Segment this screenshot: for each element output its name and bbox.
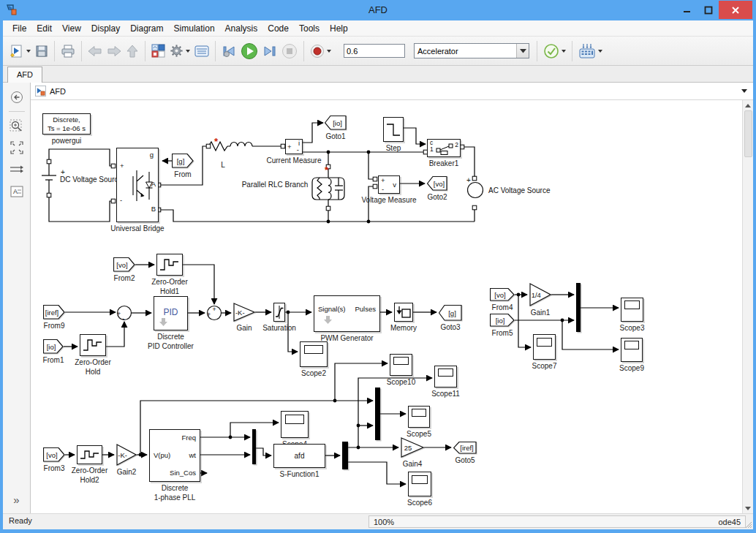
block-from1[interactable]: [io]: [43, 339, 64, 354]
vertical-scrollbar[interactable]: [742, 100, 753, 513]
scroll-down-button[interactable]: [744, 503, 753, 513]
build-button[interactable]: [576, 42, 605, 61]
zoom-tool-button[interactable]: [8, 117, 26, 135]
simulation-mode-select[interactable]: Accelerator: [414, 43, 529, 58]
step-forward-button[interactable]: [260, 42, 279, 61]
up-button[interactable]: [124, 42, 141, 61]
scrollbar-thumb[interactable]: [744, 110, 752, 157]
expand-toolstrip-button[interactable]: »: [13, 494, 19, 506]
menu-item-display[interactable]: Display: [86, 20, 125, 37]
block-gain[interactable]: -K-: [233, 303, 255, 322]
save-button[interactable]: [33, 42, 50, 61]
breadcrumb-model-name[interactable]: AFD: [50, 87, 66, 96]
update-diagram-button[interactable]: [541, 42, 568, 61]
block-scope5[interactable]: [408, 406, 430, 428]
settings-caret[interactable]: [186, 50, 190, 53]
stop-button[interactable]: [279, 42, 300, 61]
block-mux-afd[interactable]: [252, 429, 256, 464]
record-caret[interactable]: [327, 50, 331, 53]
block-gain1[interactable]: 1/4: [529, 283, 551, 306]
back-circle-icon: [10, 91, 23, 104]
block-from4[interactable]: [vo]: [490, 288, 515, 301]
block-breaker1[interactable]: c12: [427, 139, 461, 157]
maximize-button[interactable]: [698, 1, 719, 19]
menu-item-view[interactable]: View: [57, 20, 86, 37]
block-zoh1[interactable]: [156, 254, 183, 276]
step-back-button[interactable]: [219, 42, 238, 61]
menu-item-edit[interactable]: Edit: [31, 20, 57, 37]
minimize-button[interactable]: [676, 1, 698, 19]
block-powergui[interactable]: Discrete, Ts = 1e-06 s: [42, 113, 91, 135]
block-demux[interactable]: [342, 442, 348, 469]
menu-item-tools[interactable]: Tools: [294, 20, 325, 37]
block-scope2[interactable]: [300, 341, 328, 367]
block-scope6[interactable]: [408, 472, 431, 496]
block-step[interactable]: [383, 117, 404, 142]
block-goto2[interactable]: [vo]: [427, 176, 447, 191]
block-from9[interactable]: [iref]: [43, 305, 65, 320]
settings-button[interactable]: [167, 42, 192, 61]
tab-afd[interactable]: AFD: [7, 67, 42, 83]
step-back-icon: [222, 45, 236, 58]
current-measure-label: Current Measure: [239, 156, 349, 166]
afd-label: S-Function1: [245, 470, 355, 480]
breadcrumb-bar: AFD: [31, 83, 753, 100]
block-current-measure[interactable]: +i-: [285, 139, 303, 154]
block-voltage-measure[interactable]: +-v: [378, 175, 400, 194]
new-model-caret[interactable]: [26, 50, 31, 53]
block-pll[interactable]: V(pu)FreqwtSin_Cos: [149, 429, 200, 482]
block-gain4[interactable]: 25: [401, 437, 424, 458]
simulation-mode-caret[interactable]: [516, 44, 529, 58]
library-browser-icon: [151, 44, 165, 58]
menu-item-analysis[interactable]: Analysis: [220, 20, 263, 37]
block-from-g[interactable]: [g]: [172, 154, 194, 168]
close-button[interactable]: [719, 1, 752, 19]
model-explorer-button[interactable]: [192, 42, 211, 61]
update-diagram-icon: [543, 43, 559, 59]
block-from3[interactable]: [vo]: [43, 447, 65, 462]
back-button[interactable]: [86, 42, 105, 61]
run-button[interactable]: [238, 42, 260, 61]
block-universal-bridge[interactable]: gAB+-: [116, 148, 159, 222]
record-button[interactable]: [308, 42, 333, 61]
menu-item-simulation[interactable]: Simulation: [169, 20, 220, 37]
canvas[interactable]: **+DC Voltage SourceLParallel RLC Branch…: [31, 100, 742, 513]
block-gain2[interactable]: -K-: [116, 444, 137, 466]
scroll-up-button[interactable]: [744, 100, 753, 110]
library-browser-button[interactable]: [149, 42, 167, 61]
hide-browser-button[interactable]: [8, 88, 26, 106]
block-afd[interactable]: afd: [273, 444, 325, 468]
menu-item-file[interactable]: File: [7, 20, 31, 37]
block-scope11[interactable]: [434, 366, 457, 388]
breadcrumb-dropdown-caret[interactable]: [741, 89, 747, 93]
signal-routing-button[interactable]: [8, 161, 26, 178]
block-scope4[interactable]: [281, 411, 309, 438]
block-zoh[interactable]: [80, 334, 106, 356]
block-from2[interactable]: [vo]: [113, 257, 135, 272]
from-g-label: From: [128, 170, 238, 180]
forward-button[interactable]: [105, 42, 124, 61]
block-goto5[interactable]: [iref]: [453, 442, 477, 454]
block-scope9[interactable]: [621, 338, 643, 362]
annotation-button[interactable]: A: [8, 183, 26, 200]
block-from5[interactable]: [io]: [490, 314, 515, 327]
resize-grip[interactable]: [745, 521, 752, 529]
block-goto1[interactable]: [io]: [325, 116, 347, 130]
simulation-stop-time-input[interactable]: [344, 44, 405, 58]
menu-item-diagram[interactable]: Diagram: [125, 20, 168, 37]
block-scope7[interactable]: [533, 334, 556, 360]
menu-item-code[interactable]: Code: [262, 20, 294, 37]
block-zoh2[interactable]: [77, 445, 102, 464]
build-caret[interactable]: [598, 50, 602, 53]
block-scope3[interactable]: [621, 298, 643, 322]
left-toolstrip: A »: [3, 83, 31, 513]
print-button[interactable]: [58, 42, 78, 61]
block-scope10[interactable]: [390, 354, 412, 376]
menu-item-help[interactable]: Help: [325, 20, 353, 37]
block-saturation[interactable]: [273, 303, 285, 322]
new-model-button[interactable]: [7, 42, 33, 61]
block-memory[interactable]: [394, 303, 413, 322]
update-diagram-caret[interactable]: [562, 50, 566, 53]
block-pid[interactable]: PID: [154, 296, 188, 330]
fit-to-view-button[interactable]: [8, 139, 26, 156]
